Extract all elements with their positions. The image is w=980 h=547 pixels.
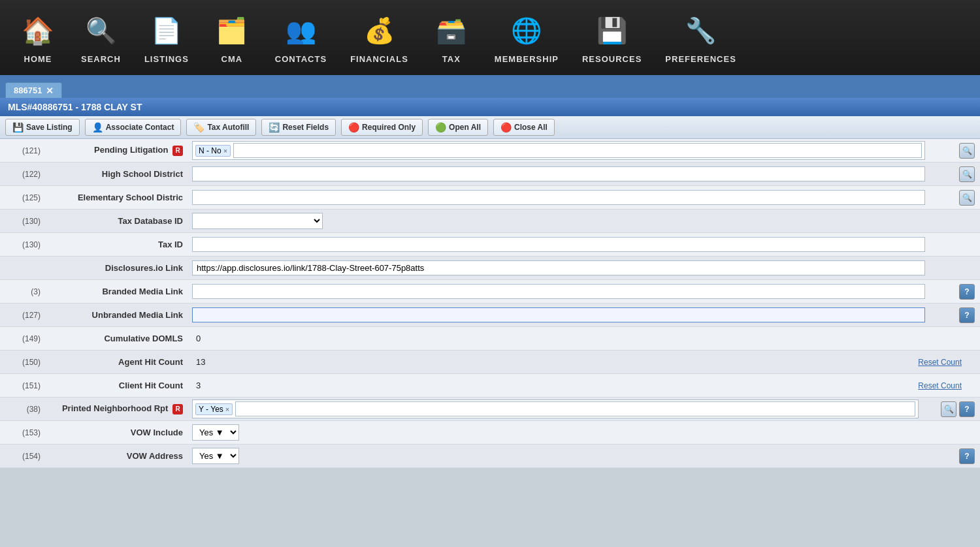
row-actions-127: ? <box>928 307 980 323</box>
label-client-hit-count: Client Hit Count <box>46 378 189 393</box>
field-high-school-district[interactable] <box>192 166 925 181</box>
reset-count-agent-button[interactable]: Reset Count <box>913 356 967 368</box>
financials-icon: 💰 <box>359 11 399 50</box>
reset-fields-button[interactable]: 🔄 Reset Fields <box>261 119 336 136</box>
tax-autofill-button[interactable]: 🏷️ Tax Autofill <box>186 119 256 136</box>
nav-label-financials: FINANCIALS <box>350 54 408 64</box>
tag-pending-litigation: N - No × <box>195 145 231 157</box>
row-num-150: (150) <box>0 355 46 369</box>
required-icon: 🔴 <box>348 122 359 133</box>
field-tax-id[interactable] <box>192 237 925 252</box>
label-printed-neighborhood-rpt: Printed Neighborhood Rpt R <box>46 401 189 417</box>
tab-bar: 886751 ✕ <box>0 75 980 98</box>
field-elementary-school[interactable] <box>192 190 925 205</box>
label-vow-address: VOW Address <box>46 448 189 463</box>
label-tax-id: Tax ID <box>46 237 189 252</box>
nav-item-cma[interactable]: 🗂️ CMA <box>201 8 263 67</box>
row-actions-125: 🔍 <box>928 190 980 206</box>
contacts-icon: 👥 <box>281 11 320 50</box>
nav-item-contacts[interactable]: 👥 CONTACTS <box>263 8 338 67</box>
open-all-icon: 🟢 <box>435 122 446 133</box>
label-vow-include: VOW Include <box>46 425 189 440</box>
value-cumulative-domls: 0 <box>189 332 928 345</box>
required-badge-121: R <box>172 146 183 156</box>
save-listing-button[interactable]: 💾 Save Listing <box>5 119 80 136</box>
listing-tab[interactable]: 886751 ✕ <box>5 82 62 98</box>
row-num-125: (125) <box>0 191 46 205</box>
help-button-154[interactable]: ? <box>959 448 975 464</box>
row-agent-hit-count: (150) Agent Hit Count 13 Reset Count <box>0 351 980 374</box>
nav-item-search[interactable]: 🔍 SEARCH <box>69 8 133 67</box>
row-num-38: (38) <box>0 402 46 416</box>
search-button-38[interactable]: 🔍 <box>941 401 956 417</box>
close-all-label: Close All <box>514 123 547 132</box>
help-button-38[interactable]: ? <box>959 401 975 417</box>
tag-input-field-121[interactable] <box>233 143 922 158</box>
nav-item-tax[interactable]: 🗃️ TAX <box>420 8 483 67</box>
open-all-label: Open All <box>449 123 481 132</box>
field-branded-media-link[interactable] <box>192 284 925 299</box>
input-printed-neighborhood-rpt[interactable]: Y - Yes × <box>189 398 921 420</box>
tag-printed-neighborhood: Y - Yes × <box>195 403 233 415</box>
nav-item-listings[interactable]: 📄 LISTINGS <box>133 8 201 67</box>
nav-label-cma: CMA <box>221 54 243 64</box>
search-button-121[interactable]: 🔍 <box>959 143 975 159</box>
nav-item-financials[interactable]: 💰 FINANCIALS <box>338 8 420 67</box>
row-tax-id: (130) Tax ID <box>0 233 980 257</box>
tag-input-field-38[interactable] <box>235 401 915 416</box>
search-button-125[interactable]: 🔍 <box>959 190 975 206</box>
row-high-school-district: (122) High School District 🔍 <box>0 163 980 186</box>
row-pending-litigation: (121) Pending Litigation R N - No × 🔍 <box>0 139 980 163</box>
nav-label-membership: MEMBERSHIP <box>495 54 559 64</box>
input-branded-media-link[interactable] <box>189 283 928 300</box>
tab-close-button[interactable]: ✕ <box>46 86 54 95</box>
row-num-disclosures <box>0 266 46 271</box>
input-unbranded-media-link[interactable] <box>189 306 928 324</box>
navbar: 🏠 HOME 🔍 SEARCH 📄 LISTINGS 🗂️ CMA 👥 CONT… <box>0 0 980 75</box>
select-vow-address[interactable]: Yes ▼ No <box>192 448 239 464</box>
tag-remove-printed-neighborhood[interactable]: × <box>225 405 229 413</box>
associate-contact-button[interactable]: 👤 Associate Contact <box>85 119 182 136</box>
nav-item-membership[interactable]: 🌐 MEMBERSHIP <box>483 8 570 67</box>
reset-fields-label: Reset Fields <box>282 123 329 132</box>
field-unbranded-media-link[interactable] <box>192 307 925 322</box>
tax-autofill-label: Tax Autofill <box>207 123 249 132</box>
tag-remove-pending-litigation[interactable]: × <box>223 147 227 155</box>
row-num-130b: (130) <box>0 238 46 252</box>
close-all-button[interactable]: 🔴 Close All <box>493 119 555 136</box>
search-button-122[interactable]: 🔍 <box>959 166 975 182</box>
input-tax-id[interactable] <box>189 236 928 253</box>
input-disclosures-link[interactable] <box>189 259 928 277</box>
select-vow-include[interactable]: Yes ▼ No <box>192 424 239 441</box>
nav-item-resources[interactable]: 💾 RESOURCES <box>570 8 653 67</box>
input-high-school-district[interactable] <box>189 165 928 183</box>
save-listing-label: Save Listing <box>26 123 73 132</box>
open-all-button[interactable]: 🟢 Open All <box>428 119 488 136</box>
home-icon: 🏠 <box>18 11 57 50</box>
label-tax-database-id: Tax Database ID <box>46 213 189 228</box>
select-tax-database-id[interactable] <box>192 213 323 229</box>
reset-count-client-button[interactable]: Reset Count <box>913 380 967 392</box>
input-tax-database-id[interactable] <box>189 211 928 230</box>
search-icon: 🔍 <box>81 11 120 50</box>
listing-title: MLS#40886751 - 1788 CLAY ST <box>8 102 142 112</box>
input-vow-address[interactable]: Yes ▼ No <box>189 446 928 465</box>
nav-item-preferences[interactable]: 🔧 PREFERENCES <box>653 8 748 67</box>
row-actions-122: 🔍 <box>928 166 980 182</box>
nav-label-resources: RESOURCES <box>582 54 642 64</box>
row-client-hit-count: (151) Client Hit Count 3 Reset Count <box>0 374 980 398</box>
input-vow-include[interactable]: Yes ▼ No <box>189 423 928 442</box>
label-cumulative-domls: Cumulative DOMLS <box>46 331 189 346</box>
help-button-127[interactable]: ? <box>959 307 975 323</box>
nav-item-home[interactable]: 🏠 HOME <box>7 8 69 67</box>
input-elementary-school[interactable] <box>189 189 928 206</box>
resources-icon: 💾 <box>593 11 632 50</box>
row-num-153: (153) <box>0 426 46 440</box>
required-only-button[interactable]: 🔴 Required Only <box>341 119 423 136</box>
text-agent-hit-count: 13 <box>192 355 209 369</box>
help-button-3[interactable]: ? <box>959 284 975 300</box>
form-content: (121) Pending Litigation R N - No × 🔍 (1… <box>0 139 980 468</box>
row-actions-150: Reset Count <box>875 356 980 368</box>
field-disclosures-link[interactable] <box>192 260 925 275</box>
input-pending-litigation[interactable]: N - No × <box>189 140 928 161</box>
